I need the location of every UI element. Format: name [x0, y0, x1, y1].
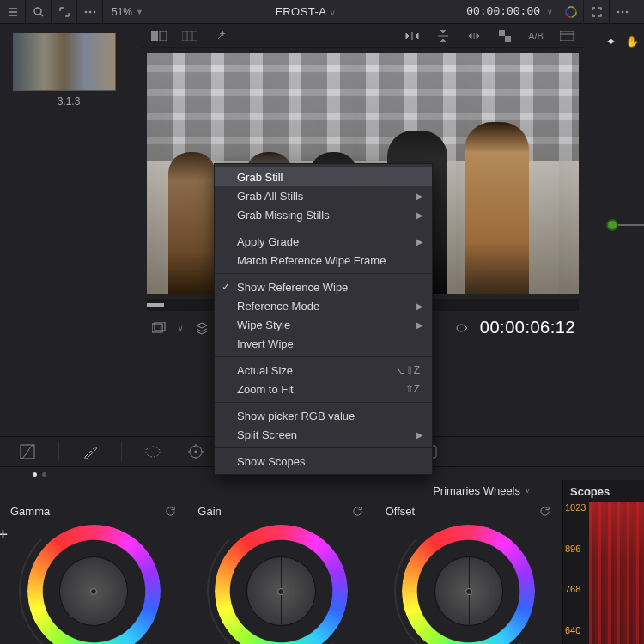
svg-rect-13 — [499, 30, 505, 36]
svg-point-0 — [34, 8, 41, 15]
wipe-diag-icon[interactable] — [464, 26, 484, 46]
color-wheel[interactable] — [27, 525, 161, 644]
expand-icon[interactable] — [52, 0, 77, 24]
menu-item-reference-mode[interactable]: Reference Mode▶ — [215, 296, 432, 315]
scopes-panel: Scopes 1023 896 768 640 — [562, 480, 644, 644]
menu-item-grab-all-stills[interactable]: Grab All Stills▶ — [215, 186, 432, 205]
ab-toggle[interactable]: A/B — [526, 26, 546, 46]
svg-point-21 — [195, 451, 197, 453]
color-wheel[interactable] — [402, 525, 535, 644]
hand-tool-icon[interactable]: ✋ — [625, 35, 639, 48]
still-label: 3.1.3 — [13, 95, 125, 107]
menu-item-grab-still[interactable]: Grab Still — [215, 167, 432, 186]
svg-point-2 — [88, 10, 91, 13]
color-wheel[interactable] — [215, 525, 348, 644]
menu-separator — [215, 402, 432, 403]
svg-point-3 — [93, 10, 95, 13]
menu-item-show-picker-rgb-value[interactable]: Show picker RGB value — [215, 406, 432, 425]
menu-item-zoom-to-fit[interactable]: Zoom to Fit⇧Z — [215, 380, 432, 398]
wheel-reset-icon[interactable] — [163, 504, 177, 518]
viewer-layout-icon[interactable] — [556, 26, 577, 46]
color-wheels-row: Gamma ✛ Gain Offset — [0, 502, 562, 644]
top-toolbar: 51%▼ FROST-A ∨ 00:00:00:00 ∨ — [0, 0, 644, 24]
fullscreen-icon[interactable] — [584, 0, 610, 24]
menu-separator — [215, 356, 432, 357]
svg-point-9 — [625, 10, 628, 13]
layers-icon[interactable] — [192, 319, 211, 337]
more-icon-2[interactable] — [610, 0, 635, 24]
scopes-title: Scopes — [563, 480, 644, 502]
image-wipe-icon[interactable] — [149, 26, 169, 46]
zoom-dropdown[interactable]: 51%▼ — [103, 6, 152, 18]
menu-separator — [215, 447, 432, 448]
svg-point-19 — [146, 447, 160, 457]
window-shape-icon[interactable] — [141, 440, 165, 464]
menu-separator — [215, 273, 432, 274]
search-icon[interactable] — [26, 0, 52, 24]
checker-icon[interactable] — [495, 26, 515, 46]
svg-point-8 — [621, 10, 623, 13]
menu-item-actual-size[interactable]: Actual Size⌥⇧Z — [215, 361, 432, 380]
svg-point-7 — [617, 10, 619, 13]
primaries-mode-dropdown[interactable]: Primaries Wheels∨ — [433, 484, 531, 497]
node-connector — [618, 224, 644, 226]
palette-pager[interactable] — [33, 472, 46, 477]
pointer-tool-icon[interactable]: ✦ — [606, 35, 616, 48]
wipe-horiz-icon[interactable] — [402, 26, 422, 46]
wipe-vert-icon[interactable] — [433, 26, 453, 46]
svg-rect-12 — [182, 31, 197, 41]
wheel-label: Gamma — [10, 505, 50, 518]
wheel-label: Gain — [197, 505, 221, 518]
color-warper-icon[interactable] — [558, 0, 584, 24]
menu-item-apply-grade[interactable]: Apply Grade▶ — [215, 232, 432, 251]
picker-icon[interactable]: ✛ — [0, 528, 8, 541]
eyedropper-icon[interactable] — [78, 440, 102, 464]
menu-separator — [215, 228, 432, 228]
wheel-label: Offset — [386, 505, 415, 518]
more-icon[interactable] — [77, 0, 103, 24]
viewer-context-menu: Grab StillGrab All Stills▶Grab Missing S… — [214, 163, 433, 475]
svg-rect-15 — [560, 31, 574, 41]
clip-name-dropdown[interactable]: FROST-A ∨ — [152, 5, 459, 18]
menu-item-show-reference-wipe[interactable]: ✓Show Reference Wipe — [215, 277, 432, 296]
wheel-gain: Gain — [187, 502, 374, 644]
svg-point-1 — [84, 10, 87, 13]
menu-item-invert-wipe[interactable]: Invert Wipe — [215, 334, 432, 353]
wheel-offset: Offset — [375, 502, 562, 644]
viewer-toolbar: A/B — [142, 24, 584, 48]
menu-item-split-screen[interactable]: Split Screen▶ — [215, 425, 432, 444]
split-icon[interactable] — [179, 26, 200, 46]
magic-icon[interactable] — [210, 26, 231, 46]
gallery-mode-icon[interactable] — [150, 319, 169, 337]
menu-item-match-reference-wipe-frame[interactable]: Match Reference Wipe Frame — [215, 251, 432, 270]
scope-waveform[interactable]: 1023 896 768 640 — [563, 502, 644, 644]
tracker-icon[interactable] — [184, 440, 208, 464]
menu-item-show-scopes[interactable]: Show Scopes — [215, 452, 432, 471]
curves-icon[interactable] — [15, 440, 39, 464]
master-timecode[interactable]: 00:00:00:00 — [459, 5, 547, 18]
wheel-reset-icon[interactable] — [351, 504, 365, 518]
node-output[interactable] — [606, 219, 618, 231]
list-view-icon[interactable] — [0, 0, 26, 24]
menu-item-wipe-style[interactable]: Wipe Style▶ — [215, 315, 432, 334]
svg-rect-10 — [151, 31, 158, 41]
svg-rect-11 — [160, 31, 167, 41]
current-timecode: 00:00:06:12 — [480, 318, 575, 337]
wheel-reset-icon[interactable] — [538, 504, 552, 518]
svg-rect-14 — [505, 36, 511, 42]
right-tool-strip: ✦ ✋ — [601, 24, 644, 58]
wheel-gamma: Gamma ✛ — [0, 502, 187, 644]
primaries-header: Primaries Wheels∨ — [0, 480, 644, 501]
loop-icon[interactable] — [453, 319, 471, 337]
menu-item-grab-missing-stills[interactable]: Grab Missing Stills▶ — [215, 205, 432, 224]
stills-gallery: 3.1.3 — [0, 24, 137, 368]
still-thumbnail[interactable] — [13, 33, 116, 91]
